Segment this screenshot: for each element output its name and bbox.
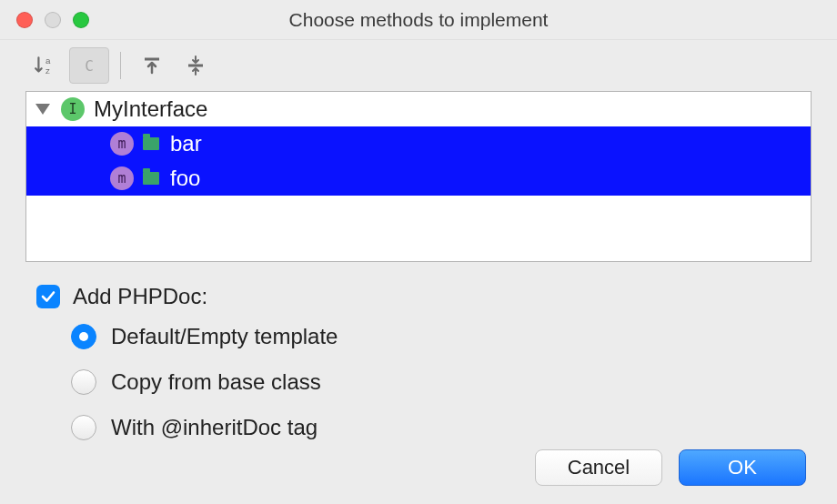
copy-javadoc-button[interactable]: C [69,47,109,84]
tree-method-item[interactable]: m bar [26,126,811,161]
add-phpdoc-checkbox[interactable] [36,285,60,308]
cancel-button-label: Cancel [568,456,630,479]
titlebar: Choose methods to implement [0,0,837,40]
folder-icon [143,172,159,185]
svg-text:z: z [45,66,50,76]
radio-label: With @inheritDoc tag [111,415,318,440]
radio-inheritdoc[interactable]: With @inheritDoc tag [71,415,801,440]
tree-root-label: MyInterface [94,96,207,122]
method-icon: m [110,166,134,190]
ok-button[interactable]: OK [679,449,806,486]
add-phpdoc-label: Add PHPDoc: [73,284,207,309]
radio-label: Default/Empty template [111,324,338,349]
dialog-footer: Cancel OK [535,449,806,486]
method-icon: m [110,132,134,156]
tree-root-item[interactable]: I MyInterface [26,92,811,126]
radio-button[interactable] [71,324,96,349]
sort-alpha-icon: a z [34,54,57,77]
svg-text:a: a [45,55,51,66]
close-window-button[interactable] [16,12,33,28]
sort-alpha-button[interactable]: a z [25,47,66,84]
maximize-window-button[interactable] [73,12,89,28]
radio-default-template[interactable]: Default/Empty template [71,324,801,349]
cancel-button[interactable]: Cancel [535,449,662,486]
minimize-window-button[interactable] [45,12,61,28]
radio-button[interactable] [71,415,96,440]
method-tree[interactable]: I MyInterface m bar m foo [25,91,812,262]
toolbar: a z C [0,40,837,91]
radio-button[interactable] [71,369,96,395]
window-controls [0,12,89,28]
interface-icon: I [61,97,85,121]
window-title: Choose methods to implement [0,9,837,31]
ok-button-label: OK [728,456,757,479]
chevron-down-icon[interactable] [35,104,50,115]
tree-method-label: bar [170,131,202,156]
check-icon [40,288,56,305]
options-panel: Add PHPDoc: Default/Empty template Copy … [0,262,837,440]
phpdoc-template-radio-group: Default/Empty template Copy from base cl… [36,324,801,440]
collapse-all-icon [185,55,207,76]
toolbar-separator [120,52,121,79]
radio-copy-base[interactable]: Copy from base class [71,369,801,395]
tree-method-item[interactable]: m foo [26,161,811,196]
folder-icon [143,137,159,150]
expand-all-button[interactable] [132,47,172,84]
collapse-all-button[interactable] [176,47,216,84]
expand-all-icon [141,55,163,76]
tree-method-label: foo [170,166,200,191]
radio-label: Copy from base class [111,369,321,395]
add-phpdoc-checkbox-row[interactable]: Add PHPDoc: [36,284,801,309]
copy-javadoc-label: C [85,57,94,75]
